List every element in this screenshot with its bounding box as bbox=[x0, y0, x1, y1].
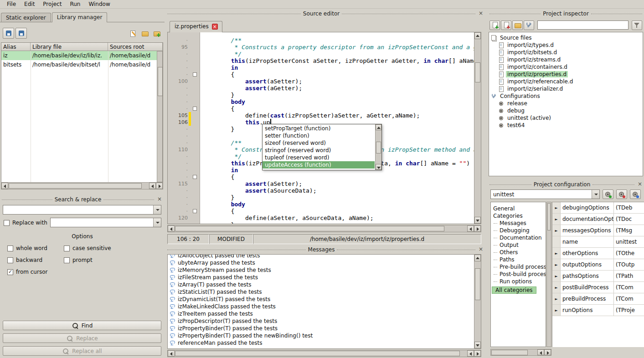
menu-run[interactable]: Run bbox=[66, 0, 84, 9]
messages-h-scrollbar[interactable] bbox=[167, 350, 481, 357]
tree-item[interactable]: release bbox=[489, 100, 643, 107]
menu-project[interactable]: Project bbox=[39, 0, 66, 9]
tree-item[interactable]: import/iz/properties.d bbox=[489, 71, 643, 78]
load-library-list-button[interactable] bbox=[15, 28, 27, 39]
category-item[interactable]: Paths bbox=[491, 256, 546, 263]
scrollbar-thumb[interactable] bbox=[376, 142, 381, 153]
expander-icon[interactable]: ► bbox=[552, 202, 561, 213]
grid-row[interactable]: ►debugingOptions(TDeb bbox=[552, 202, 644, 214]
search-replace-dock-title[interactable]: Search & replace × bbox=[2, 196, 163, 203]
grid-row[interactable]: ►pathsOptions(TPath bbox=[552, 271, 644, 282]
tab-library-manager[interactable]: Library manager bbox=[52, 12, 108, 22]
code-line[interactable]: { bbox=[202, 105, 474, 112]
code-line[interactable]: assert(aSetter); bbox=[202, 180, 474, 187]
category-item[interactable]: Post-build process bbox=[491, 271, 546, 278]
code-line[interactable]: * Constructs a property descriptor from … bbox=[202, 44, 474, 51]
expander-icon[interactable]: ► bbox=[552, 305, 561, 316]
scrollbar-thumb[interactable] bbox=[175, 226, 444, 231]
scroll-left-icon[interactable] bbox=[467, 350, 474, 357]
replace-with-checkbox[interactable] bbox=[4, 220, 10, 226]
code-line[interactable]: define(aSetter, aSourceData, aName); bbox=[202, 215, 474, 221]
filter-button[interactable] bbox=[632, 20, 642, 30]
scroll-left-icon[interactable] bbox=[1, 183, 8, 189]
tree-item[interactable]: import/iz/containers.d bbox=[489, 63, 643, 71]
column-header-library-file[interactable]: Library file bbox=[31, 43, 108, 51]
scroll-left-icon[interactable] bbox=[467, 225, 474, 232]
project-options-button[interactable] bbox=[524, 20, 534, 30]
menu-window[interactable]: Window bbox=[84, 0, 114, 9]
code-line[interactable]: } bbox=[202, 92, 474, 98]
prompt-checkbox[interactable] bbox=[64, 257, 70, 263]
category-item[interactable]: Debugging bbox=[491, 227, 546, 234]
scroll-right-icon[interactable] bbox=[156, 183, 163, 189]
table-row[interactable]: bitsets/home/basile/dev/bitset/l/home/ba… bbox=[1, 60, 163, 69]
message-item[interactable]: ubyteArray passed the tests bbox=[168, 259, 481, 266]
code-line[interactable]: { bbox=[202, 71, 474, 78]
editor-h-scrollbar[interactable] bbox=[167, 225, 481, 232]
grid-row[interactable]: ►documentationOpti(TDoc bbox=[552, 214, 644, 225]
scroll-right-icon[interactable] bbox=[474, 350, 481, 357]
edit-library-button[interactable] bbox=[128, 28, 138, 38]
tree-item[interactable]: debug bbox=[489, 107, 643, 114]
message-item[interactable]: izTreeItem passed the tests bbox=[168, 310, 481, 317]
tree-item[interactable]: import/iz/streams.d bbox=[489, 56, 643, 63]
category-item[interactable]: Pre-build process bbox=[491, 263, 546, 271]
dropdown-arrow-icon[interactable] bbox=[153, 205, 161, 214]
completion-item[interactable]: stringof (reserved word) bbox=[263, 147, 375, 154]
grid-row[interactable]: ►otherOptions(TOthe bbox=[552, 248, 644, 259]
completion-item[interactable]: updateAccess (function) bbox=[263, 161, 375, 169]
table-row[interactable]: iz/home/basile/dev/iz/lib/iz./home/basil… bbox=[1, 51, 163, 60]
from-cursor-checkbox[interactable] bbox=[7, 269, 13, 275]
close-icon[interactable]: × bbox=[156, 196, 163, 203]
remove-configuration-button[interactable] bbox=[616, 189, 627, 199]
source-editor-dock-title[interactable]: Source editor × bbox=[167, 10, 484, 17]
tree-item[interactable]: import/iz/referencable.d bbox=[489, 78, 643, 85]
expander-icon[interactable]: ► bbox=[552, 271, 561, 281]
code-line[interactable]: /** bbox=[202, 37, 474, 44]
remove-source-file-button[interactable] bbox=[501, 20, 511, 30]
add-source-file-button[interactable] bbox=[489, 20, 500, 30]
scroll-down-icon[interactable] bbox=[474, 217, 481, 224]
grid-row[interactable]: ►preBuildProcess(TCom bbox=[552, 293, 644, 305]
completion-item[interactable]: setPropTarget (function) bbox=[263, 125, 375, 132]
tab-iz-properties[interactable]: iz.properties × bbox=[170, 21, 222, 32]
scroll-up-icon[interactable] bbox=[474, 255, 481, 261]
category-item[interactable]: Output bbox=[491, 241, 546, 249]
project-inspector-dock-title[interactable]: Project inspector bbox=[489, 10, 642, 17]
inspector-filter-input[interactable] bbox=[537, 20, 629, 30]
search-input[interactable] bbox=[3, 205, 153, 214]
expander-icon[interactable]: ► bbox=[552, 293, 561, 304]
code-line[interactable]: assert(aSetter); bbox=[202, 78, 474, 85]
expander-icon[interactable]: ► bbox=[552, 259, 561, 270]
dropdown-arrow-icon[interactable] bbox=[153, 218, 161, 227]
message-item[interactable]: izMakeLinkedClass passed the tests bbox=[168, 303, 481, 310]
category-item[interactable]: Messages bbox=[491, 220, 546, 227]
category-h-scrollbar[interactable] bbox=[490, 349, 551, 356]
category-item[interactable]: General bbox=[491, 205, 546, 212]
find-button[interactable]: Find bbox=[3, 321, 161, 330]
category-item[interactable]: Run options bbox=[491, 278, 546, 285]
close-icon[interactable]: × bbox=[478, 10, 484, 17]
fold-icon[interactable] bbox=[191, 208, 199, 215]
close-icon[interactable]: × bbox=[478, 246, 484, 253]
code-line[interactable]: { bbox=[202, 208, 474, 215]
scroll-right-icon[interactable] bbox=[544, 349, 551, 355]
grid-row[interactable]: ►runOptions(TProje bbox=[552, 305, 644, 316]
category-item[interactable]: Others bbox=[491, 249, 546, 256]
category-item[interactable]: Categories bbox=[491, 212, 546, 220]
scrollbar-thumb[interactable] bbox=[475, 62, 480, 82]
scrollbar-thumb[interactable] bbox=[491, 350, 528, 355]
fold-icon[interactable] bbox=[191, 71, 199, 78]
fold-icon[interactable] bbox=[191, 105, 199, 112]
scrollbar-thumb[interactable] bbox=[475, 268, 480, 300]
close-icon[interactable]: × bbox=[637, 181, 643, 188]
code-line[interactable]: */ bbox=[202, 51, 474, 57]
expander-icon[interactable]: ► bbox=[552, 248, 561, 259]
save-library-list-button[interactable] bbox=[3, 28, 14, 39]
all-categories-filter[interactable]: All categories bbox=[492, 286, 536, 294]
tree-item[interactable]: Source files bbox=[489, 34, 643, 41]
completion-item[interactable]: sizeof (reserved word) bbox=[263, 139, 375, 147]
tree-item[interactable]: import/iz/bitsets.d bbox=[489, 49, 643, 56]
completion-item[interactable]: setter (function) bbox=[263, 132, 375, 139]
add-library-button[interactable] bbox=[151, 28, 162, 38]
